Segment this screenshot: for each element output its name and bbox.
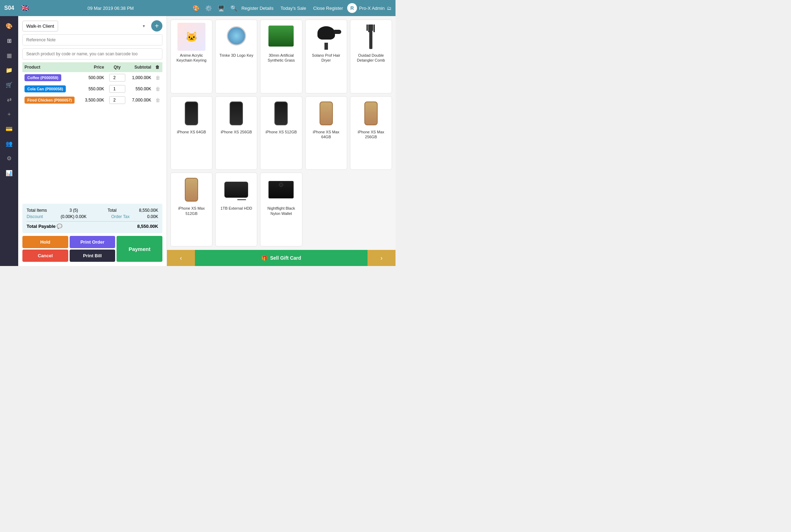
svg-rect-4 bbox=[372, 24, 373, 31]
search-icon[interactable]: 🔍 bbox=[230, 5, 237, 12]
sidebar-item-barcode[interactable]: ▦ bbox=[3, 49, 15, 62]
qty-cell bbox=[106, 83, 128, 94]
product-card[interactable]: 🐱 Anime Acrylic Keychain Keyring bbox=[170, 20, 212, 93]
product-image bbox=[177, 176, 205, 204]
sidebar-item-pos[interactable]: ⊞ bbox=[3, 34, 15, 47]
product-card[interactable]: iPhone XS 64GB bbox=[170, 96, 212, 170]
sidebar-item-filter[interactable]: ⇄ bbox=[3, 93, 15, 106]
product-badge[interactable]: Cola Can (P000058) bbox=[24, 85, 66, 92]
product-card[interactable]: iPhone XS 256GB bbox=[215, 96, 257, 170]
product-card-name: Ouidad Double Detangler Comb bbox=[353, 53, 389, 63]
nav-register-details[interactable]: Register Details bbox=[241, 6, 274, 11]
payment-button[interactable]: Payment bbox=[117, 236, 162, 262]
sidebar-item-users[interactable]: 👥 bbox=[3, 137, 15, 150]
datetime: 09 Mar 2019 06:38 PM bbox=[33, 6, 188, 11]
product-image bbox=[357, 23, 385, 51]
qty-input[interactable] bbox=[109, 74, 125, 82]
product-card-name: iPhone XS 64GB bbox=[177, 130, 206, 134]
sell-gift-card-label: Sell Gift Card bbox=[270, 255, 301, 261]
next-page-button[interactable]: › bbox=[368, 250, 396, 266]
qty-input[interactable] bbox=[109, 85, 125, 93]
customer-row: Walk-in Client + bbox=[22, 20, 162, 31]
product-card[interactable]: Solano Prof Hair Dryer bbox=[305, 20, 347, 93]
product-image: 🐱 bbox=[177, 23, 205, 51]
sidebar-item-card[interactable]: 💳 bbox=[3, 122, 15, 135]
sell-gift-card-button[interactable]: 🎁 Sell Gift Card bbox=[195, 250, 368, 266]
product-image bbox=[312, 23, 340, 51]
product-card-name: Trinke 3D Logo Key bbox=[219, 53, 253, 58]
customer-select[interactable]: Walk-in Client bbox=[22, 21, 58, 31]
order-tax-value: 0.00K bbox=[147, 214, 158, 219]
total-items-label: Total Items bbox=[27, 208, 47, 213]
product-card-name: Solano Prof Hair Dryer bbox=[308, 53, 344, 63]
product-badge[interactable]: Coffee (P000059) bbox=[24, 74, 61, 81]
table-row: Fired Chicken (P000057) 3,500.00K 7,000.… bbox=[22, 94, 162, 106]
product-card[interactable]: 1TB External HDD bbox=[215, 173, 257, 246]
totals-section: Total Items 3 (5) Total 8,550.00K Discou… bbox=[22, 204, 162, 233]
total-payable-row: Total Payable 💬 8,550.00K bbox=[27, 221, 158, 230]
product-table: Product Price Qty Subtotal 🗑 Coffee (P00… bbox=[22, 62, 162, 106]
sidebar-item-chart[interactable]: 📊 bbox=[3, 167, 15, 179]
search-input[interactable] bbox=[22, 48, 162, 59]
prev-page-button[interactable]: ‹ bbox=[167, 250, 195, 266]
topbar-nav: Register Details Today's Sale Close Regi… bbox=[241, 6, 343, 11]
product-card[interactable]: iPhone XS 512GB bbox=[260, 96, 302, 170]
price-cell: 3,500.00K bbox=[81, 94, 106, 106]
product-card[interactable]: Ouidad Double Detangler Comb bbox=[350, 20, 392, 93]
product-card[interactable]: iPhone XS Max 64GB bbox=[305, 96, 347, 170]
product-card[interactable]: 30mm Artificial Synthetic Grass bbox=[260, 20, 302, 93]
sidebar-item-folder[interactable]: 📁 bbox=[3, 64, 15, 76]
total-items-row: Total Items 3 (5) Total 8,550.00K bbox=[27, 207, 158, 214]
sidebar-item-dashboard[interactable]: 🎨 bbox=[3, 20, 15, 32]
product-image bbox=[357, 99, 385, 127]
monitor-icon[interactable]: 🖥️ bbox=[218, 5, 225, 12]
qty-input[interactable] bbox=[109, 96, 125, 104]
product-card[interactable]: iPhone XS Max 256GB bbox=[350, 96, 392, 170]
sidebar-item-cart[interactable]: 🛒 bbox=[3, 78, 15, 91]
topbar-icons: 🎨 ⚙️ 🖥️ 🔍 bbox=[192, 5, 237, 12]
delete-icon[interactable]: 🗑 bbox=[155, 86, 160, 92]
sidebar-item-gear[interactable]: ⚙ bbox=[3, 152, 15, 164]
product-card-name: Nightflight Black Nylon Wallet bbox=[263, 206, 299, 216]
settings-icon[interactable]: ⚙️ bbox=[205, 5, 212, 12]
nav-close-register[interactable]: Close Register bbox=[313, 6, 343, 11]
print-bill-button[interactable]: Print Bill bbox=[70, 250, 115, 262]
product-card[interactable]: iPhone XS Max 512GB bbox=[170, 173, 212, 246]
print-order-button[interactable]: Print Order bbox=[70, 236, 115, 248]
col-subtotal: Subtotal bbox=[128, 62, 153, 72]
topbar: S04 🇬🇧 09 Mar 2019 06:38 PM 🎨 ⚙️ 🖥️ 🔍 Re… bbox=[0, 0, 396, 16]
product-image bbox=[222, 99, 250, 127]
customer-select-wrapper: Walk-in Client bbox=[22, 21, 148, 31]
product-badge[interactable]: Fired Chicken (P000057) bbox=[24, 97, 75, 104]
discount-value: (0.00K) 0.00K bbox=[61, 214, 86, 219]
sidebar: 🎨 ⊞ ▦ 📁 🛒 ⇄ ＋ 💳 👥 ⚙ 📊 bbox=[0, 16, 18, 266]
delete-icon[interactable]: 🗑 bbox=[155, 97, 160, 103]
price-cell: 550.00K bbox=[81, 83, 106, 94]
products-grid: 🐱 Anime Acrylic Keychain Keyring Trinke … bbox=[167, 16, 396, 250]
product-card[interactable]: Nightflight Black Nylon Wallet bbox=[260, 173, 302, 246]
hold-button[interactable]: Hold bbox=[22, 236, 68, 248]
delete-icon[interactable]: 🗑 bbox=[155, 75, 160, 80]
col-qty: Qty bbox=[106, 62, 128, 72]
palette-icon[interactable]: 🎨 bbox=[192, 5, 200, 12]
sidebar-item-add[interactable]: ＋ bbox=[3, 108, 15, 120]
col-delete: 🗑 bbox=[153, 62, 162, 72]
product-card-name: iPhone XS 512GB bbox=[266, 130, 297, 134]
table-row: Coffee (P000059) 500.00K 1,000.00K 🗑 bbox=[22, 72, 162, 83]
product-image bbox=[267, 176, 295, 204]
bottom-bar: ‹ 🎁 Sell Gift Card › bbox=[167, 250, 396, 266]
discount-label[interactable]: Discount bbox=[27, 214, 43, 219]
order-tax-label[interactable]: Order Tax bbox=[111, 214, 130, 219]
document-icon[interactable]: 🗂 bbox=[387, 6, 391, 11]
svg-rect-1 bbox=[366, 24, 368, 31]
reference-input[interactable] bbox=[22, 34, 162, 46]
product-card-name: 1TB External HDD bbox=[220, 206, 252, 211]
price-cell: 500.00K bbox=[81, 72, 106, 83]
cancel-button[interactable]: Cancel bbox=[22, 250, 68, 262]
product-card[interactable]: Trinke 3D Logo Key bbox=[215, 20, 257, 93]
nav-todays-sale[interactable]: Today's Sale bbox=[280, 6, 306, 11]
left-panel: Walk-in Client + Product Price Qty Subto… bbox=[18, 16, 167, 266]
add-customer-button[interactable]: + bbox=[151, 20, 162, 31]
flag-icon: 🇬🇧 bbox=[21, 4, 29, 12]
main-layout: 🎨 ⊞ ▦ 📁 🛒 ⇄ ＋ 💳 👥 ⚙ 📊 Walk-in Client + bbox=[0, 16, 396, 266]
